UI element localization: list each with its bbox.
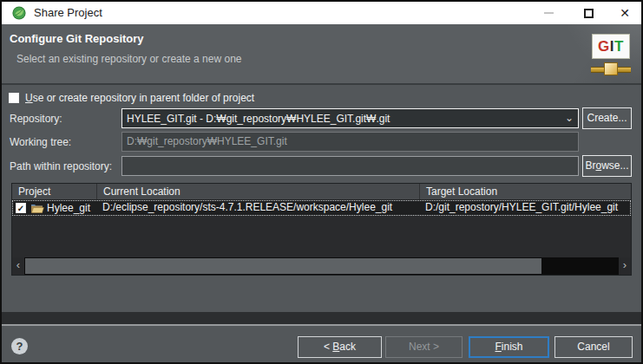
git-letter-t: T [614,38,624,55]
projects-table: Project Current Location Target Location… [11,183,632,276]
target-location-cell: D:/git_repostory/HYLEE_GIT.git/Hylee_git [419,200,631,216]
page-description: Select an existing repository or create … [16,53,241,65]
column-header-project[interactable]: Project [12,184,96,199]
current-location-cell: D:/eclipse_repository/sts-4.7.1.RELEASE/… [96,200,419,216]
project-name: Hylee_git [47,201,90,216]
spring-tool-suite-icon [12,6,26,20]
git-letter-g: G [598,38,610,55]
chevron-down-icon[interactable]: ⌄ [561,109,578,127]
scroll-left-button[interactable]: ‹ [12,257,24,275]
working-tree-field: D:₩git_repostory₩HYLEE_GIT.git [121,132,579,152]
title-bar[interactable]: Share Project ✕ [2,2,641,24]
use-parent-repository-option[interactable]: Use or create repository in parent folde… [9,91,254,105]
git-icon: GIT [591,34,631,77]
use-parent-checkbox-label: Use or create repository in parent folde… [25,92,254,104]
git-plug-icon [604,62,618,75]
next-button: Next > [385,336,463,358]
page-title: Configure Git Repository [10,32,144,45]
row-checkbox[interactable]: ✓ [16,203,26,213]
table-header: Project Current Location Target Location [12,184,631,200]
use-parent-checkbox[interactable] [9,93,19,103]
share-project-dialog: Share Project ✕ Configure Git Repository… [0,0,643,364]
path-within-repository-label: Path within repository: [10,160,112,172]
scroll-right-button[interactable]: › [619,257,631,275]
git-logo-box: GIT [592,34,630,59]
maximize-button[interactable] [575,2,601,24]
wizard-header: Configure Git Repository Select an exist… [2,24,641,83]
maximize-icon [584,9,594,18]
column-header-current-location[interactable]: Current Location [96,184,419,199]
repository-combobox[interactable]: HYLEE_GIT.git - D:₩git_repostory₩HYLEE_G… [121,108,579,128]
scrollbar-track[interactable] [24,257,619,275]
open-folder-icon [30,203,44,214]
footer-dark-band [2,312,641,324]
path-within-repository-field[interactable] [121,156,579,176]
minimize-icon [544,12,554,14]
scrollbar-thumb[interactable] [25,258,541,274]
question-icon: ? [16,340,23,353]
minimize-button[interactable] [535,2,561,24]
working-tree-label: Working tree: [10,136,71,148]
finish-button[interactable]: Finish [469,336,549,358]
cancel-button[interactable]: Cancel [554,336,633,358]
close-button[interactable]: ✕ [612,2,638,24]
repository-combobox-value: HYLEE_GIT.git - D:₩git_repostory₩HYLEE_G… [122,113,561,125]
project-cell: ✓ Hylee_git [12,201,96,216]
check-icon: ✓ [17,204,24,213]
header-separator [2,83,641,85]
column-header-target-location[interactable]: Target Location [419,184,631,199]
back-button[interactable]: < Back [298,336,382,358]
table-row[interactable]: ✓ Hylee_git D:/eclipse_repository/sts-4.… [12,200,631,216]
footer-separator [2,324,641,326]
repository-label: Repository: [10,113,62,125]
browse-button[interactable]: Browse... [582,155,632,177]
create-button[interactable]: Create... [582,107,632,129]
window-title: Share Project [34,2,102,24]
horizontal-scrollbar[interactable]: ‹ › [12,257,631,275]
help-button[interactable]: ? [11,338,28,354]
